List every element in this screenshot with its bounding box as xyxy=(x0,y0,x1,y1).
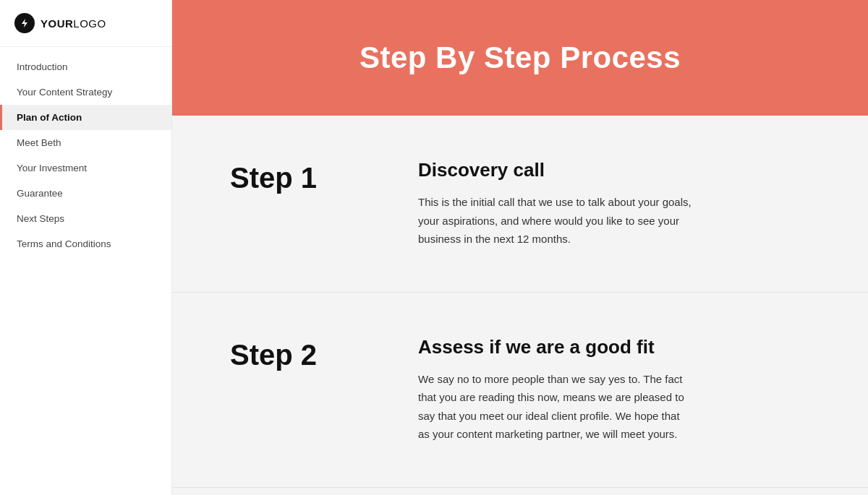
main-content: Step By Step Process Step 1Discovery cal… xyxy=(172,0,868,495)
sidebar: YOURLOGO IntroductionYour Content Strate… xyxy=(0,0,172,495)
step-number-2: Step 2 xyxy=(230,336,418,371)
step-number-1: Step 1 xyxy=(230,159,418,194)
logo-text: YOURLOGO xyxy=(41,17,106,30)
sidebar-item-next-steps[interactable]: Next Steps xyxy=(0,206,171,231)
header-banner: Step By Step Process xyxy=(172,0,868,116)
svg-marker-0 xyxy=(22,19,27,27)
sidebar-item-introduction[interactable]: Introduction xyxy=(0,54,171,79)
step-title-1: Discovery call xyxy=(418,159,810,181)
sidebar-item-your-content-strategy[interactable]: Your Content Strategy xyxy=(0,79,171,105)
sidebar-nav: IntroductionYour Content StrategyPlan of… xyxy=(0,47,171,495)
sidebar-item-meet-beth[interactable]: Meet Beth xyxy=(0,130,171,155)
step-info-1: Discovery callThis is the initial call t… xyxy=(418,159,810,249)
step-title-2: Assess if we are a good fit xyxy=(418,336,810,358)
banner-title: Step By Step Process xyxy=(359,40,681,75)
sidebar-item-guarantee[interactable]: Guarantee xyxy=(0,181,171,206)
logo-area: YOURLOGO xyxy=(0,0,171,47)
step-info-2: Assess if we are a good fitWe say no to … xyxy=(418,336,810,444)
logo-icon xyxy=(14,13,35,33)
step-section-2: Step 2Assess if we are a good fitWe say … xyxy=(172,293,868,488)
sidebar-item-your-investment[interactable]: Your Investment xyxy=(0,155,171,181)
content-area: Step 1Discovery callThis is the initial … xyxy=(172,116,868,495)
step-section-1: Step 1Discovery callThis is the initial … xyxy=(172,116,868,293)
sidebar-item-terms-and-conditions[interactable]: Terms and Conditions xyxy=(0,231,171,257)
step-description-1: This is the initial call that we use to … xyxy=(418,193,693,249)
sidebar-item-plan-of-action[interactable]: Plan of Action xyxy=(0,105,171,130)
step-description-2: We say no to more people than we say yes… xyxy=(418,370,693,444)
